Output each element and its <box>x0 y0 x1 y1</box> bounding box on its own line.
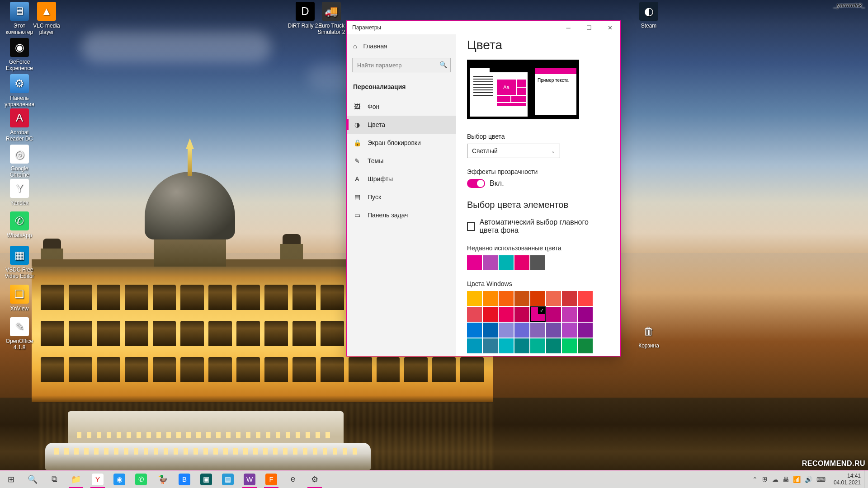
taskbar-button[interactable]: ✆ <box>130 470 152 488</box>
taskbar-button[interactable]: W <box>239 470 260 488</box>
color-swatch[interactable] <box>530 338 545 353</box>
tray-icon[interactable]: 📶 <box>793 476 801 483</box>
sidebar-category: Персонализация <box>347 80 456 98</box>
taskbar-button[interactable]: B <box>174 470 195 488</box>
color-swatch[interactable] <box>578 338 593 353</box>
app-icon: ✆ <box>10 211 29 230</box>
desktop-icon[interactable]: ◉GeForce Experience <box>2 38 37 72</box>
tray-icon[interactable]: 🔊 <box>805 476 812 483</box>
tray-icon[interactable]: ⌨ <box>816 476 826 483</box>
taskbar-button[interactable]: e <box>282 470 304 488</box>
color-swatch[interactable] <box>562 291 577 306</box>
desktop-icon[interactable]: AAcrobat Reader DC <box>2 108 37 142</box>
taskbar-button[interactable]: ▤ <box>217 470 239 488</box>
color-swatch[interactable] <box>530 291 545 306</box>
desktop-icon[interactable]: ▲VLC media player <box>29 2 64 36</box>
color-swatch[interactable] <box>546 323 561 338</box>
taskbar-button[interactable]: 🔍 <box>22 470 43 488</box>
color-swatch[interactable] <box>530 307 545 322</box>
desktop-icon[interactable]: ◎Google Chrome <box>2 145 37 178</box>
color-swatch[interactable] <box>562 338 577 353</box>
tray-icon[interactable]: ⌃ <box>752 476 758 483</box>
sidebar-item[interactable]: ▤Пуск <box>347 188 456 206</box>
desktop-icon[interactable]: ❏XnView <box>2 285 37 312</box>
settings-sidebar: ⌂ Главная 🔍 Персонализация 🖼Фон◑Цвета🔒Эк… <box>347 34 456 356</box>
color-swatch[interactable] <box>578 307 593 322</box>
taskbar-button[interactable]: Y <box>87 470 108 488</box>
sidebar-item[interactable]: ✎Темы <box>347 152 456 170</box>
desktop-icon[interactable]: ▦VSDC Free Video Editor <box>2 246 37 280</box>
nav-icon: ✎ <box>353 157 361 165</box>
sidebar-item[interactable]: ◑Цвета <box>347 116 456 134</box>
taskbar-button[interactable]: 📁 <box>65 470 87 488</box>
taskbar-clock[interactable]: 14:41 04.01.2021 <box>830 473 864 486</box>
sidebar-item[interactable]: 🖼Фон <box>347 98 456 116</box>
color-swatch[interactable] <box>562 323 577 338</box>
sidebar-item[interactable]: AШрифты <box>347 170 456 188</box>
show-desktop-button[interactable] <box>864 470 868 488</box>
desktop-icon[interactable]: ✎OpenOffice 4.1.8 <box>2 317 37 351</box>
desktop-icon[interactable]: 🚚Euro Truck Simulator 2 <box>314 2 349 36</box>
desktop-icon[interactable]: ◐Steam <box>631 2 666 29</box>
color-swatch[interactable] <box>499 307 514 322</box>
color-swatch[interactable] <box>546 307 561 322</box>
desktop-icon[interactable]: ⚙Панель управления <box>2 74 37 108</box>
taskbar-button[interactable]: ⧉ <box>43 470 65 488</box>
tray-icon[interactable]: 🖶 <box>783 476 789 483</box>
color-swatch[interactable] <box>530 255 545 270</box>
close-button[interactable]: ✕ <box>599 21 620 34</box>
transparency-toggle[interactable] <box>467 179 485 188</box>
color-swatch[interactable] <box>499 338 514 353</box>
color-swatch[interactable] <box>499 323 514 338</box>
color-swatch[interactable] <box>467 338 482 353</box>
color-swatch[interactable] <box>578 291 593 306</box>
tray-icon[interactable]: ⛨ <box>762 476 768 483</box>
taskbar-button[interactable]: ⚙ <box>304 470 326 488</box>
desktop-icon[interactable]: 🗑Корзина <box>631 322 666 349</box>
tray-icon[interactable]: ☁ <box>772 476 778 483</box>
titlebar[interactable]: Параметры ─ ☐ ✕ <box>347 21 620 34</box>
taskbar-button[interactable]: ◉ <box>108 470 130 488</box>
color-swatch[interactable] <box>546 291 561 306</box>
color-swatch[interactable] <box>546 338 561 353</box>
color-swatch[interactable] <box>499 255 514 270</box>
color-swatch[interactable] <box>467 291 482 306</box>
color-swatch[interactable] <box>483 255 498 270</box>
chevron-down-icon: ⌄ <box>551 148 555 154</box>
color-swatch[interactable] <box>483 291 498 306</box>
taskbar-button[interactable]: F <box>260 470 282 488</box>
maximize-button[interactable]: ☐ <box>579 21 599 34</box>
sidebar-home[interactable]: ⌂ Главная <box>347 38 456 54</box>
color-swatch[interactable] <box>483 307 498 322</box>
color-swatch[interactable] <box>483 323 498 338</box>
color-swatch[interactable] <box>467 323 482 338</box>
app-label: WhatsApp <box>2 232 37 239</box>
color-swatch[interactable] <box>514 338 529 353</box>
color-swatch[interactable] <box>483 338 498 353</box>
desktop-icon[interactable]: ✆WhatsApp <box>2 211 37 239</box>
color-swatch[interactable] <box>467 307 482 322</box>
sidebar-item[interactable]: 🔒Экран блокировки <box>347 134 456 152</box>
color-swatch[interactable] <box>514 255 529 270</box>
color-swatch[interactable] <box>514 307 529 322</box>
color-swatch[interactable] <box>514 291 529 306</box>
color-mode-dropdown[interactable]: Светлый ⌄ <box>467 144 560 158</box>
color-swatch[interactable] <box>514 323 529 338</box>
color-swatch[interactable] <box>530 323 545 338</box>
color-swatch[interactable] <box>562 307 577 322</box>
app-icon: 🗑 <box>639 322 658 341</box>
desktop-icon[interactable]: YYandex <box>2 179 37 206</box>
nav-label: Темы <box>368 157 383 164</box>
app-icon: ✎ <box>10 317 29 336</box>
sidebar-item[interactable]: ▭Панель задач <box>347 206 456 224</box>
taskbar-button[interactable]: ⊞ <box>0 470 22 488</box>
search-input[interactable] <box>352 58 451 72</box>
color-swatch[interactable] <box>499 291 514 306</box>
taskbar-button[interactable]: 🦆 <box>152 470 174 488</box>
color-swatch[interactable] <box>467 255 482 270</box>
auto-color-checkbox[interactable]: Автоматический выбор главного цвета фона <box>467 218 609 235</box>
minimize-button[interactable]: ─ <box>558 21 579 34</box>
app-label: Acrobat Reader DC <box>2 129 37 142</box>
color-swatch[interactable] <box>578 323 593 338</box>
taskbar-button[interactable]: ▣ <box>195 470 217 488</box>
